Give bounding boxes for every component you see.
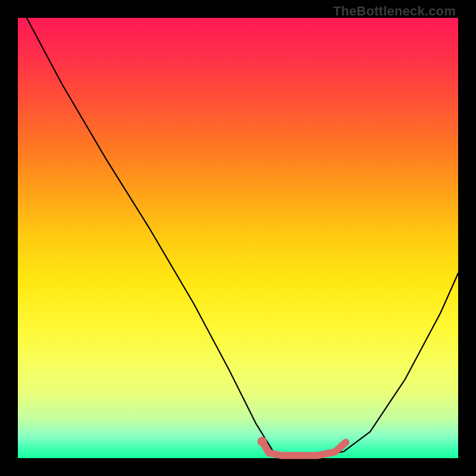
chart-overlay [18, 18, 458, 458]
optimal-range-line [262, 441, 346, 456]
bottleneck-curve [27, 18, 458, 456]
optimal-point-dot [258, 437, 267, 446]
watermark-text: TheBottleneck.com [333, 4, 456, 19]
